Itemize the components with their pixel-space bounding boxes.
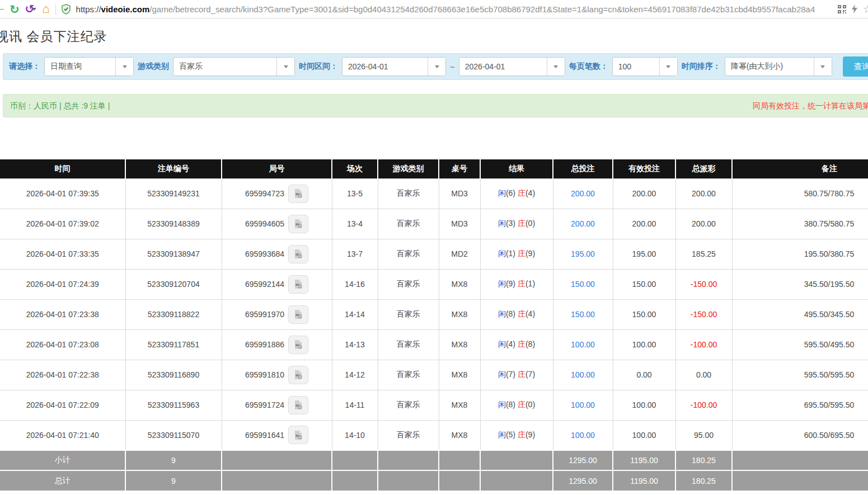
result-banker-label: 庄 bbox=[518, 400, 526, 409]
chevron-down-icon[interactable] bbox=[814, 58, 832, 76]
cell-result: 闲(8) 庄(0) bbox=[480, 390, 553, 420]
total-valid-bet: 1195.00 bbox=[613, 470, 675, 491]
header-time: 时间 bbox=[0, 159, 125, 178]
chevron-down-icon[interactable] bbox=[659, 58, 677, 76]
game-type-select[interactable]: 百家乐 bbox=[173, 57, 295, 76]
url-scheme: https:// bbox=[76, 4, 101, 14]
cell-total-bet[interactable]: 150.00 bbox=[553, 269, 613, 299]
result-player-score: (4) bbox=[506, 340, 515, 348]
header-total-bet: 总投注 bbox=[553, 159, 613, 178]
cell-time: 2026-04-01 07:24:39 bbox=[0, 269, 125, 299]
table-row: 2026-04-01 07:22:09 523309115963 6959917… bbox=[0, 390, 868, 420]
video-replay-button[interactable] bbox=[288, 215, 308, 233]
search-button[interactable]: 查询 bbox=[843, 56, 868, 77]
refresh-icon[interactable]: ↻ bbox=[10, 3, 20, 15]
video-file-icon bbox=[293, 188, 304, 199]
cell-round-id: 695991810 bbox=[222, 360, 332, 390]
lightning-icon[interactable] bbox=[851, 4, 858, 13]
cell-payout: -150.00 bbox=[675, 299, 732, 329]
table-row: 2026-04-01 07:23:08 523309117851 6959918… bbox=[0, 329, 868, 360]
video-replay-button[interactable] bbox=[288, 366, 308, 384]
summary-warning-text: 同局有效投注，统一计算在该局第 bbox=[753, 95, 868, 117]
table-body: 2026-04-01 07:39:35 523309149231 6959947… bbox=[0, 178, 868, 450]
qr-icon[interactable] bbox=[838, 5, 846, 13]
cell-valid-bet: 195.00 bbox=[613, 239, 675, 269]
cut-off-icon: – bbox=[0, 4, 4, 14]
game-type-label: 游戏类别 bbox=[138, 62, 169, 72]
page-size-select[interactable]: 100 bbox=[612, 57, 678, 76]
cell-total-bet[interactable]: 195.00 bbox=[553, 239, 613, 269]
cell-valid-bet: 100.00 bbox=[613, 329, 675, 360]
cell-total-bet[interactable]: 200.00 bbox=[553, 209, 613, 239]
video-file-icon bbox=[293, 399, 304, 411]
cell-valid-bet: 150.00 bbox=[613, 269, 675, 299]
result-player-label: 闲 bbox=[498, 219, 506, 228]
date-range-separator: ~ bbox=[450, 62, 455, 72]
cell-table-no: MX8 bbox=[439, 360, 480, 390]
cell-result: 闲(9) 庄(1) bbox=[480, 269, 553, 299]
url-text[interactable]: https://videoie.com/game/betrecord_searc… bbox=[76, 4, 815, 14]
round-id-text: 695994723 bbox=[245, 189, 284, 198]
header-result: 结果 bbox=[480, 159, 553, 178]
summary-bar: 币别：人民币 | 总共 :9 注单 | 同局有效投注，统一计算在该局第 bbox=[3, 94, 868, 117]
video-replay-button[interactable] bbox=[288, 185, 308, 203]
chevron-down-icon[interactable] bbox=[32, 8, 36, 11]
cell-bet-id: 523309116890 bbox=[125, 360, 222, 390]
result-banker-score: (0) bbox=[526, 219, 535, 228]
cell-result: 闲(8) 庄(4) bbox=[480, 299, 553, 329]
query-type-select[interactable]: 日期查询 bbox=[44, 57, 134, 76]
cell-remark: 595.50/495.50 bbox=[732, 329, 868, 360]
cell-round-id: 695994605 bbox=[222, 209, 332, 239]
cell-payout: -100.00 bbox=[675, 390, 732, 420]
video-replay-button[interactable] bbox=[288, 426, 308, 444]
cell-total-bet[interactable]: 200.00 bbox=[553, 178, 613, 209]
chevron-down-icon[interactable] bbox=[276, 58, 294, 76]
video-replay-button[interactable] bbox=[288, 396, 308, 414]
cell-remark: 345.50/195.50 bbox=[732, 269, 868, 299]
cell-game-type: 百家乐 bbox=[378, 239, 439, 269]
video-replay-button[interactable] bbox=[288, 336, 308, 354]
total-row: 总计 9 1295.00 1195.00 180.25 bbox=[0, 470, 868, 491]
chevron-down-icon[interactable] bbox=[547, 58, 565, 76]
cell-total-bet[interactable]: 100.00 bbox=[553, 360, 613, 390]
time-range-label: 时间区间： bbox=[299, 62, 338, 72]
cell-total-bet[interactable]: 150.00 bbox=[553, 299, 613, 329]
result-banker-label: 庄 bbox=[518, 430, 526, 439]
cell-bet-id: 523309138947 bbox=[125, 239, 222, 269]
cell-game-type: 百家乐 bbox=[378, 390, 439, 420]
date-from-select[interactable]: 2026-04-01 bbox=[342, 57, 446, 76]
url-domain: videoie.com bbox=[101, 4, 150, 14]
home-icon[interactable]: ⌂ bbox=[42, 3, 49, 15]
video-replay-button[interactable] bbox=[288, 245, 308, 263]
cell-table-no: MX8 bbox=[439, 269, 480, 299]
chevron-down-icon[interactable] bbox=[115, 58, 133, 76]
chevron-down-icon[interactable] bbox=[428, 58, 445, 76]
header-session: 场次 bbox=[332, 159, 378, 178]
result-banker-label: 庄 bbox=[518, 340, 526, 348]
cell-time: 2026-04-01 07:33:35 bbox=[0, 239, 125, 269]
result-banker-score: (7) bbox=[526, 370, 535, 379]
cell-remark: 695.50/595.50 bbox=[732, 390, 868, 420]
cell-payout: 185.25 bbox=[675, 239, 732, 269]
undo-control[interactable]: ↺ bbox=[25, 3, 37, 15]
bet-records-table-wrap: 时间 注单编号 局号 场次 游戏类别 桌号 结果 总投注 有效投注 总派彩 备注… bbox=[0, 159, 868, 491]
cell-total-bet[interactable]: 100.00 bbox=[553, 390, 613, 420]
cell-total-bet[interactable]: 100.00 bbox=[553, 329, 613, 360]
cell-table-no: MD3 bbox=[439, 209, 480, 239]
video-replay-button[interactable] bbox=[288, 275, 308, 294]
header-remark: 备注 bbox=[732, 159, 868, 178]
star-icon[interactable]: ☆ bbox=[863, 3, 868, 16]
sort-label: 时间排序： bbox=[682, 62, 721, 72]
cell-total-bet[interactable]: 100.00 bbox=[553, 420, 613, 450]
sort-select[interactable]: 降幂(由大到小) bbox=[725, 57, 832, 76]
video-replay-button[interactable] bbox=[288, 305, 308, 324]
cell-table-no: MX8 bbox=[439, 390, 480, 420]
round-id-text: 695991641 bbox=[245, 431, 284, 440]
date-to-select[interactable]: 2026-04-01 bbox=[459, 57, 565, 76]
cell-remark: 580.75/780.75 bbox=[732, 178, 868, 209]
table-row: 2026-04-01 07:24:39 523309120704 6959921… bbox=[0, 269, 868, 299]
summary-currency-count: 币别：人民币 | 总共 :9 注单 | bbox=[10, 95, 110, 117]
result-player-label: 闲 bbox=[498, 188, 506, 197]
cell-session: 14-12 bbox=[332, 360, 378, 390]
address-bar[interactable]: https://videoie.com/game/betrecord_searc… bbox=[76, 4, 832, 14]
